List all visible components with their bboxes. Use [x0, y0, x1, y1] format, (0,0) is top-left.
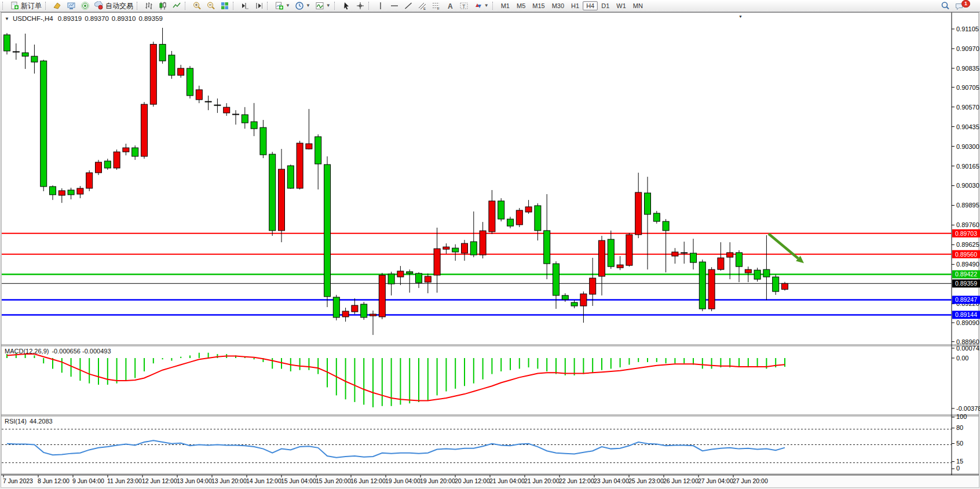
candlestick [525, 207, 532, 212]
candlestick [159, 44, 166, 61]
indicators-menu-button[interactable]: ▼ [313, 0, 333, 12]
signals-button[interactable] [78, 0, 92, 12]
candlestick [379, 275, 385, 317]
timeframe-m5-button[interactable]: M5 [513, 1, 529, 10]
rsi-value: 44.2083 [30, 418, 53, 425]
profiles-button[interactable] [50, 0, 64, 12]
signal-icon [81, 1, 90, 10]
candlestick [370, 314, 376, 316]
shift-icon [254, 1, 264, 10]
fibonacci-tool-button[interactable]: F [429, 0, 443, 12]
price-line-label: 0.89144 [955, 311, 977, 318]
candlestick [571, 302, 577, 306]
candlestick [672, 252, 678, 256]
time-axis-label: 19 Jun 04:00 [385, 477, 420, 484]
price-line-label: 0.89359 [955, 280, 977, 287]
notifications-button[interactable]: 1 [952, 0, 977, 12]
candlestick [342, 311, 349, 317]
candlestick [178, 68, 184, 75]
candlestick [242, 115, 248, 123]
timeframe-m30-button[interactable]: M30 [548, 1, 568, 10]
candlestick [690, 253, 697, 262]
candlestick [86, 173, 93, 188]
cursor-icon [342, 1, 351, 10]
candlestick [663, 221, 669, 231]
pane-backgrounds [1, 13, 979, 488]
zoom-out-button[interactable] [204, 0, 218, 12]
macd-axis-label: 0.000741 [956, 345, 980, 352]
toolbar-grip [137, 2, 140, 10]
equidistant-channel-tool-button[interactable]: E [415, 0, 429, 12]
time-axis-label: 8 Jun 12:00 [38, 477, 70, 484]
chart-shift-button[interactable] [252, 0, 266, 12]
auto-scroll-button[interactable] [238, 0, 252, 12]
time-axis-label: 9 Jun 04:00 [72, 477, 104, 484]
zoom-in-button[interactable] [190, 0, 204, 12]
timeframe-m15-button[interactable]: M15 [529, 1, 548, 10]
fibo-icon: F [432, 1, 441, 10]
candlestick [269, 154, 276, 231]
candlestick [279, 169, 285, 231]
svg-text:T: T [462, 3, 466, 9]
price-line-label: 0.89703 [955, 230, 977, 237]
price-tick-label: 0.89760 [956, 221, 979, 228]
trendline-icon [404, 1, 413, 10]
candlestick-mode-button[interactable] [156, 0, 170, 12]
candlestick [608, 239, 614, 267]
symbol-period-label: USDCHF-,H4 [13, 15, 53, 22]
period-menu-button[interactable]: ▼ [292, 0, 313, 12]
toolbar-grip [492, 2, 495, 10]
candlestick [516, 210, 522, 225]
candlestick [196, 90, 202, 100]
crosshair-tool-button[interactable] [353, 0, 367, 12]
chevron-down-icon[interactable]: ▼ [484, 3, 489, 8]
line-chart-mode-button[interactable] [170, 0, 184, 12]
timeframe-d1-button[interactable]: D1 [598, 1, 613, 10]
chevron-down-icon[interactable]: ▼ [286, 3, 290, 8]
low-value: 0.89310 [112, 15, 136, 22]
timeframe-mn-button[interactable]: MN [630, 1, 646, 10]
high-value: 0.89370 [85, 15, 109, 22]
svg-text:E: E [423, 7, 426, 10]
text-label-tool-button[interactable]: T [457, 0, 471, 12]
candlestick [132, 148, 138, 156]
text-tool-button[interactable]: A [443, 0, 457, 12]
bar-chart-mode-button[interactable] [142, 0, 156, 12]
timeframe-h4-button[interactable]: H4 [583, 1, 598, 10]
timeframe-h1-button[interactable]: H1 [568, 1, 583, 10]
time-axis-label: 15 Jun 04:00 [281, 477, 316, 484]
chart-title-collapse-icon[interactable]: ▼ [5, 16, 9, 21]
price-line-label: 0.89422 [955, 271, 977, 278]
trend-line-tool-button[interactable] [401, 0, 415, 12]
arrows-tool-button[interactable]: ▼ [471, 0, 491, 12]
chevron-down-icon[interactable]: ▼ [326, 3, 331, 8]
time-axis-label: 11 Jun 23:00 [107, 477, 142, 484]
new-chart-button[interactable]: ▼ [272, 0, 292, 12]
horizontal-line-tool-button[interactable] [387, 0, 401, 12]
timeframe-m1-button[interactable]: M1 [498, 1, 513, 10]
chart-title: USDCHF-,H40.893190.893700.893100.89359 [13, 15, 163, 22]
time-axis-label: 21 Jun 20:00 [524, 477, 560, 484]
label-icon: T [459, 1, 469, 10]
rsi-axis-label: 100 [956, 413, 967, 420]
cursor-tool-button[interactable] [339, 0, 353, 12]
new-order-button[interactable]: 新订单 [8, 0, 44, 12]
time-axis-label: 13 Jun 04:00 [177, 477, 212, 484]
auto-trading-button[interactable]: 自动交易 [92, 0, 136, 12]
candlestick [653, 213, 660, 221]
search-button[interactable] [938, 0, 952, 12]
text-icon: A [445, 1, 455, 10]
price-tick-label: 0.90435 [956, 123, 979, 130]
price-tick-label: 0.90570 [956, 104, 979, 111]
chevron-down-icon[interactable]: ▼ [306, 3, 310, 8]
market-watch-button[interactable] [64, 0, 78, 12]
toolbar-group: ▼▼▼ [272, 0, 333, 12]
vertical-line-tool-button[interactable] [374, 0, 387, 12]
toolbar-grip [267, 2, 270, 10]
tile-windows-button[interactable] [218, 0, 232, 12]
price-tick-label: 0.90835 [956, 65, 979, 72]
chevron-down-icon[interactable]: ▼ [738, 14, 743, 19]
mt4-terminal: { "window": { "symbol_period": "USDCHF-,… [0, 0, 980, 489]
candlestick [187, 68, 193, 96]
timeframe-w1-button[interactable]: W1 [613, 1, 630, 10]
